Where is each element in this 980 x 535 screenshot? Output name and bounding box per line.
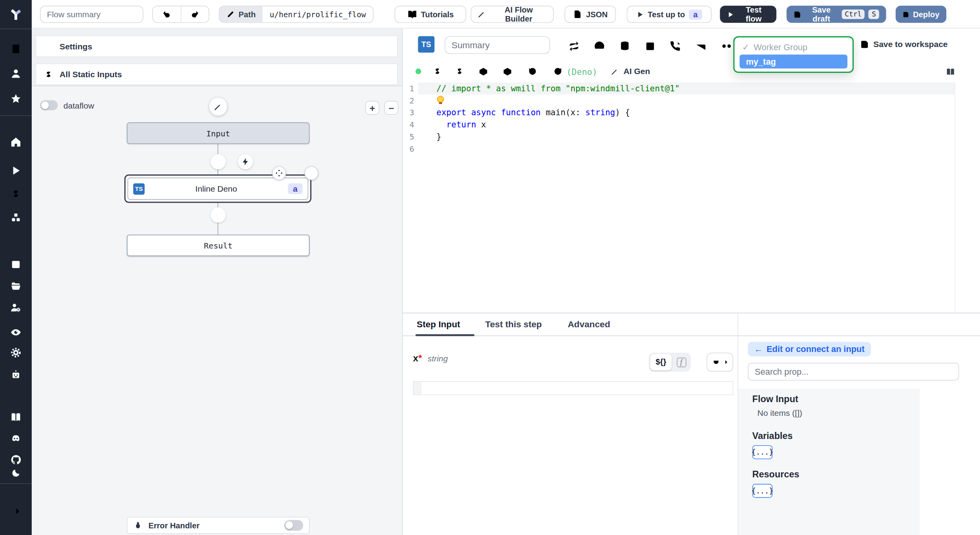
repeat-icon[interactable] (568, 41, 580, 52)
javascript-mode-button[interactable]: f (673, 354, 690, 370)
test-up-to-button[interactable]: Test up to a (627, 6, 712, 23)
language-badge[interactable]: TS (418, 36, 434, 53)
code-line[interactable]: 6 (403, 143, 955, 155)
gauge-icon[interactable] (594, 41, 605, 52)
settings-gear-icon[interactable] (10, 347, 22, 358)
docs-book-icon[interactable] (10, 412, 22, 423)
code-line[interactable]: 4 return x (403, 119, 955, 131)
voicemail-icon[interactable] (720, 41, 733, 51)
dark-mode-moon-icon[interactable] (11, 468, 21, 478)
dollar-icon[interactable] (433, 67, 442, 76)
worker-group-option[interactable]: ✓ Worker Group (735, 37, 853, 54)
home-icon[interactable] (10, 136, 22, 148)
delete-step-button[interactable] (305, 166, 319, 180)
status-dot (416, 69, 421, 74)
trigger-bolt-button[interactable] (238, 154, 253, 169)
json-button[interactable]: JSON (564, 6, 616, 23)
zoom-in-button[interactable]: + (365, 101, 379, 115)
deploy-button[interactable]: Deploy (896, 6, 946, 23)
dollar-icon[interactable] (455, 67, 464, 76)
windmill-logo-icon[interactable] (7, 6, 24, 22)
favorites-star-icon[interactable] (10, 93, 22, 105)
github-icon[interactable] (10, 454, 22, 466)
kbd-s: S (869, 9, 879, 19)
connect-input-button[interactable] (707, 353, 733, 372)
error-handler-toggle[interactable] (284, 520, 303, 531)
expand-sidebar-arrow-icon[interactable] (10, 506, 22, 517)
flow-node-step-selected[interactable]: TS Inline Deno a (124, 174, 311, 203)
flow-summary-input[interactable] (40, 6, 143, 23)
error-handler-row[interactable]: Error Handler (127, 517, 310, 534)
file-json-icon (573, 9, 582, 19)
step-summary-input[interactable] (445, 36, 550, 54)
sidebar-divider (0, 115, 32, 116)
code-line[interactable]: 3export async function main(x: string) { (403, 107, 955, 119)
workspace-building-icon[interactable] (10, 43, 22, 54)
tutorials-button[interactable]: Tutorials (394, 6, 466, 23)
step-node-label: Inline Deno (145, 184, 288, 193)
zoom-out-button[interactable]: − (385, 101, 399, 115)
schedules-calendar-icon[interactable] (10, 258, 22, 270)
flow-path-value[interactable]: u/henri/prolific_flow (263, 6, 373, 22)
variables-dollar-icon[interactable] (10, 189, 22, 200)
insert-step-button[interactable] (211, 207, 226, 223)
edit-or-connect-button[interactable]: ← Edit or connect an input (748, 342, 871, 356)
edit-path-button[interactable]: Path (220, 6, 263, 22)
app-sidebar (0, 0, 32, 535)
flow-node-input[interactable]: Input (127, 122, 310, 144)
save-draft-button[interactable]: Save draft Ctrl S (786, 6, 886, 23)
ai-flow-builder-button[interactable]: AI Flow Builder (471, 6, 554, 23)
worker-group-option-my-tag[interactable]: my_tag (740, 54, 848, 69)
redo-button[interactable] (181, 6, 209, 22)
save-draft-label: Save draft (805, 5, 838, 23)
template-mode-button[interactable]: ${} (650, 354, 672, 370)
arg-type: string (428, 354, 448, 363)
package-icon[interactable] (478, 67, 488, 77)
move-step-handle[interactable] (272, 166, 286, 180)
workers-bot-icon[interactable] (10, 369, 22, 381)
test-flow-button[interactable]: Test flow (720, 6, 777, 23)
flow-node-result[interactable]: Result (127, 235, 310, 256)
arg-value-input[interactable] (421, 382, 732, 394)
resources-boxes-icon[interactable] (10, 212, 22, 223)
ai-flow-builder-label: AI Flow Builder (491, 5, 547, 23)
line-number: 4 (403, 119, 418, 131)
code-line[interactable]: 1// import * as wmill from "npm:windmill… (403, 82, 955, 94)
folders-icon[interactable] (10, 280, 22, 292)
required-asterisk: * (418, 353, 422, 364)
save-to-workspace-button[interactable]: Save to workspace (860, 39, 947, 49)
ai-gen-button[interactable]: AI Gen (611, 67, 650, 76)
audit-eye-icon[interactable] (10, 326, 22, 338)
user-icon[interactable] (10, 68, 22, 79)
tab-step-input[interactable]: Step Input (417, 319, 460, 329)
code-line[interactable]: 2 (403, 94, 955, 107)
tab-test-this-step[interactable]: Test this step (485, 319, 542, 329)
ai-builder-wand-button[interactable] (209, 97, 228, 116)
runs-play-icon[interactable] (10, 165, 22, 176)
tab-advanced[interactable]: Advanced (568, 319, 610, 329)
sleep-bed-icon[interactable] (695, 41, 706, 52)
flow-graph-canvas[interactable]: dataflow + − Input TS Inline Deno (32, 85, 402, 535)
search-prop-input[interactable] (748, 363, 959, 381)
resources-object-chip[interactable]: {...} (752, 484, 773, 498)
code-line[interactable]: 5} (403, 131, 955, 143)
library-book-icon[interactable] (946, 67, 955, 77)
undo-button[interactable] (153, 6, 181, 22)
line-number: 1 (403, 82, 418, 94)
dataflow-toggle[interactable] (40, 100, 58, 111)
refresh-icon[interactable] (553, 67, 563, 76)
flow-settings-row[interactable]: Settings (36, 36, 398, 57)
square-icon[interactable] (644, 41, 656, 52)
variables-object-chip[interactable]: {...} (752, 445, 773, 459)
rotate-ccw-icon[interactable] (528, 67, 537, 76)
insert-step-button[interactable] (211, 154, 226, 169)
package-icon[interactable] (503, 67, 513, 77)
discord-icon[interactable] (10, 433, 22, 444)
all-static-inputs-row[interactable]: All Static Inputs (36, 63, 398, 85)
lightbulb-icon[interactable] (436, 96, 444, 105)
database-icon[interactable] (619, 41, 630, 52)
phone-incoming-icon[interactable] (670, 41, 681, 52)
groups-users-cog-icon[interactable] (10, 302, 22, 313)
arrow-left-icon: ← (754, 345, 763, 354)
typescript-badge: TS (133, 183, 145, 194)
